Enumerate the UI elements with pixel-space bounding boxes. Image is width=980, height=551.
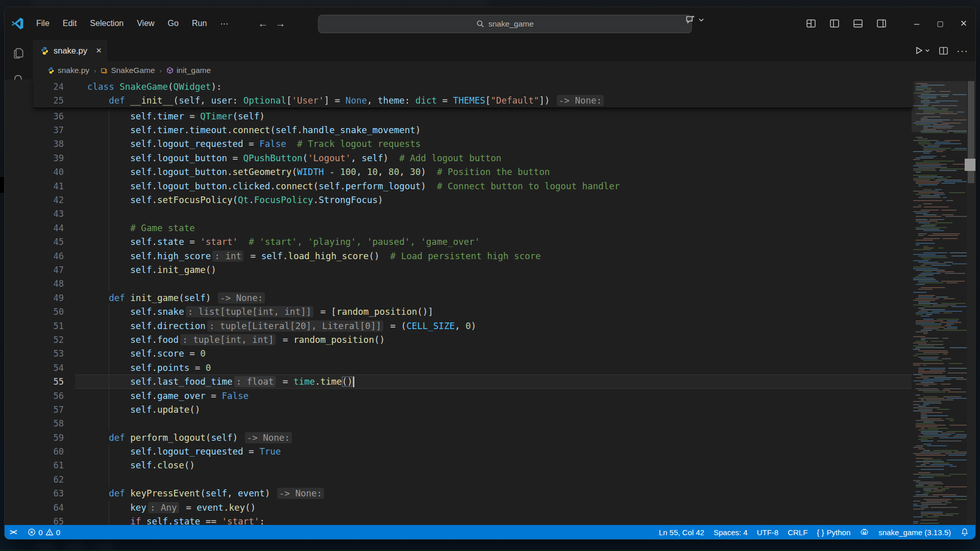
python-file-icon bbox=[40, 46, 49, 55]
menu-run[interactable]: Run bbox=[187, 17, 212, 31]
menu-more[interactable]: ⋯ bbox=[215, 17, 233, 31]
editor-more-actions-icon[interactable]: ··· bbox=[957, 45, 968, 57]
tab-close-icon[interactable]: × bbox=[96, 45, 102, 56]
code-line[interactable]: 50 self.snake: list[tuple[int, int]] = [… bbox=[33, 305, 913, 318]
nav-back-icon[interactable]: ← bbox=[258, 18, 268, 30]
code-line[interactable]: 53 self.score = 0 bbox=[33, 347, 913, 361]
split-editor-icon[interactable] bbox=[939, 46, 948, 56]
code-line[interactable]: 38 self.logout_requested = False # Track… bbox=[33, 137, 913, 151]
language-mode[interactable]: { } Python bbox=[812, 525, 855, 539]
editor-pane[interactable]: 36 self.timer = QTimer(self)37 self.time… bbox=[5, 80, 975, 525]
line-number: 40 bbox=[33, 167, 75, 177]
line-number: 62 bbox=[33, 474, 75, 485]
line-number: 61 bbox=[33, 460, 75, 470]
python-icon bbox=[47, 67, 55, 74]
code-line[interactable]: 63 def keyPressEvent(self, event) -> Non… bbox=[33, 487, 913, 500]
symbol-method-icon bbox=[166, 67, 174, 74]
line-number: 53 bbox=[33, 348, 75, 359]
code-line[interactable]: 43 bbox=[33, 207, 913, 221]
menu-bar: File Edit Selection View Go Run ⋯ bbox=[31, 17, 233, 31]
menu-view[interactable]: View bbox=[132, 17, 159, 31]
code-line[interactable]: 51 self.direction: tuple[Literal[20], Li… bbox=[33, 319, 913, 333]
indentation[interactable]: Spaces: 4 bbox=[709, 525, 752, 539]
scrollbar-handle[interactable] bbox=[965, 159, 975, 171]
line-number: 54 bbox=[33, 363, 75, 373]
menu-selection[interactable]: Selection bbox=[85, 17, 129, 31]
code-line[interactable]: 58 bbox=[33, 417, 913, 431]
sticky-code-line[interactable]: 24class SnakeGame(QWidget): bbox=[33, 80, 913, 93]
code-line[interactable]: 41 self.logout_button.clicked.connect(se… bbox=[33, 179, 913, 193]
line-number: 47 bbox=[33, 265, 75, 275]
code-line[interactable]: 56 self.game_over = False bbox=[33, 389, 913, 403]
minimap-slider[interactable] bbox=[912, 81, 967, 132]
line-number: 58 bbox=[33, 418, 75, 429]
code-line[interactable]: 39 self.logout_button = QPushButton('Log… bbox=[33, 151, 913, 165]
window-close-button[interactable]: × bbox=[952, 7, 975, 40]
line-number: 50 bbox=[33, 307, 75, 317]
code-line[interactable]: 54 self.points = 0 bbox=[33, 361, 913, 374]
window-minimize-button[interactable]: – bbox=[905, 7, 928, 40]
line-number: 37 bbox=[33, 125, 75, 135]
encoding[interactable]: UTF-8 bbox=[752, 525, 783, 539]
code-line[interactable]: 40 self.logout_button.setGeometry(WIDTH … bbox=[33, 165, 913, 179]
code-line[interactable]: 59 def perform_logout(self) -> None: bbox=[33, 431, 913, 444]
command-center-query: snake_game bbox=[488, 19, 534, 29]
code-line[interactable]: 65 if self.state == 'start': bbox=[33, 514, 913, 525]
tab-bar: snake.py × bbox=[33, 40, 975, 61]
code-line[interactable]: 48 bbox=[33, 277, 913, 291]
code-line[interactable]: 36 self.timer = QTimer(self) bbox=[33, 109, 913, 123]
python-interpreter[interactable]: snake_game (3.13.5) bbox=[874, 525, 955, 539]
tab-snake-py[interactable]: snake.py × bbox=[33, 40, 108, 61]
eol-sequence[interactable]: CRLF bbox=[783, 525, 812, 539]
customize-layout-icon[interactable] bbox=[801, 13, 821, 34]
code-line[interactable]: 52 self.food: tuple[int, int] = random_p… bbox=[33, 333, 913, 346]
menu-file[interactable]: File bbox=[31, 17, 55, 31]
nav-forward-icon[interactable]: → bbox=[275, 18, 285, 30]
line-number: 52 bbox=[33, 335, 75, 345]
code-line[interactable]: 42 self.setFocusPolicy(Qt.FocusPolicy.St… bbox=[33, 193, 913, 207]
code-line[interactable]: 44 # Game state bbox=[33, 221, 913, 235]
code-line[interactable]: 47 self.init_game() bbox=[33, 263, 913, 277]
vscode-window: File Edit Selection View Go Run ⋯ ← → sn… bbox=[4, 7, 976, 540]
breadcrumb-item-class[interactable]: SnakeGame bbox=[101, 66, 155, 75]
toggle-secondary-sidebar-icon[interactable] bbox=[871, 13, 892, 34]
line-number: 60 bbox=[33, 446, 75, 457]
sticky-scroll[interactable]: 24class SnakeGame(QWidget):25 def __init… bbox=[33, 80, 913, 108]
notifications-bell-icon[interactable] bbox=[955, 525, 975, 539]
code-line[interactable]: 46 self.high_score: int = self.load_high… bbox=[33, 249, 913, 263]
copilot-chat-button[interactable] bbox=[684, 13, 705, 27]
line-number: 44 bbox=[33, 223, 75, 233]
command-center-search[interactable]: snake_game bbox=[318, 15, 692, 33]
code-lines[interactable]: 36 self.timer = QTimer(self)37 self.time… bbox=[33, 109, 913, 525]
vertical-scrollbar[interactable] bbox=[967, 80, 975, 525]
cursor-position[interactable]: Ln 55, Col 42 bbox=[654, 525, 709, 539]
code-line[interactable]: 37 self.timer.timeout.connect(self.handl… bbox=[33, 123, 913, 137]
line-number: 63 bbox=[33, 488, 75, 498]
tab-label: snake.py bbox=[54, 46, 87, 56]
window-maximize-button[interactable]: ▢ bbox=[928, 7, 952, 40]
breadcrumb-item-file[interactable]: snake.py bbox=[47, 66, 89, 75]
problems-indicator[interactable]: 0 0 bbox=[23, 525, 65, 539]
copilot-status-icon[interactable] bbox=[855, 525, 874, 539]
toggle-panel-icon[interactable] bbox=[848, 13, 868, 34]
line-number: 49 bbox=[33, 293, 75, 303]
toggle-primary-sidebar-icon[interactable] bbox=[824, 13, 845, 34]
code-line[interactable]: 57 self.update() bbox=[33, 403, 913, 416]
remote-indicator-icon[interactable]: >< bbox=[5, 525, 21, 539]
code-line[interactable]: 61 self.close() bbox=[33, 459, 913, 472]
menu-go[interactable]: Go bbox=[163, 17, 184, 31]
code-line[interactable]: 45 self.state = 'start' # 'start', 'play… bbox=[33, 235, 913, 249]
code-line[interactable]: 49 def init_game(self) -> None: bbox=[33, 291, 913, 305]
line-number: 24 bbox=[33, 82, 75, 92]
breadcrumb-item-method[interactable]: init_game bbox=[166, 66, 211, 75]
run-python-file-button[interactable] bbox=[914, 46, 930, 55]
explorer-icon[interactable] bbox=[5, 40, 33, 66]
code-line[interactable]: 55 self.last_food_time: float = time.tim… bbox=[33, 374, 913, 388]
code-line[interactable]: 62 bbox=[33, 472, 913, 486]
menu-edit[interactable]: Edit bbox=[58, 17, 82, 31]
sticky-code-line[interactable]: 25 def __init__(self, user: Optional['Us… bbox=[33, 93, 913, 107]
minimap[interactable] bbox=[912, 80, 967, 525]
code-line[interactable]: 60 self.logout_requested = True bbox=[33, 444, 913, 458]
symbol-class-icon bbox=[101, 67, 108, 74]
code-line[interactable]: 64 key: Any = event.key() bbox=[33, 500, 913, 514]
